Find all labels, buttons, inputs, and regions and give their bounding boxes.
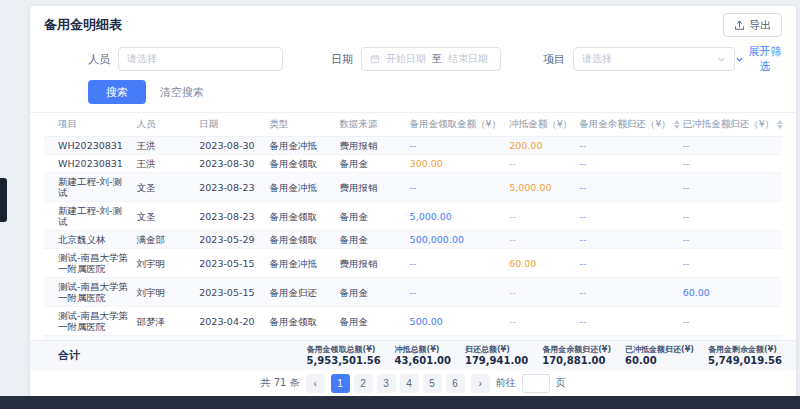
- calendar-icon: [370, 54, 380, 64]
- column-header: 人员: [133, 113, 196, 137]
- date-start-placeholder: 开始日期: [386, 52, 426, 66]
- petty-cash-table: 项目人员日期类型数据来源备用金领取金额（¥）冲抵金额（¥）备用金余额归还（¥）已…: [44, 113, 782, 340]
- cell-source: 费用报销: [335, 249, 405, 278]
- next-page-button[interactable]: ›: [471, 374, 490, 393]
- table-row[interactable]: 新建工程-刘-测试文圣2023-08-23备用金领取备用金5,000.00---…: [44, 202, 782, 231]
- page-button-1[interactable]: 1: [331, 374, 350, 393]
- cell-offset: 60.00: [505, 249, 575, 278]
- cell-person: 文圣: [133, 202, 196, 231]
- prev-page-button[interactable]: ‹: [306, 374, 325, 393]
- page-button-2[interactable]: 2: [354, 374, 373, 393]
- project-select[interactable]: 请选择: [573, 47, 735, 71]
- cell-offset_return: --: [679, 137, 782, 155]
- goto-unit-label: 页: [556, 376, 566, 390]
- date-filter-label: 日期: [331, 52, 353, 67]
- column-header[interactable]: 备用金余额归还（¥）: [575, 113, 678, 137]
- cell-offset: --: [505, 231, 575, 249]
- date-range-picker[interactable]: 开始日期 至 结束日期: [361, 47, 501, 71]
- expand-filters-button[interactable]: 展开筛选: [735, 44, 782, 74]
- export-icon: [734, 20, 745, 31]
- person-select[interactable]: 请选择: [118, 47, 283, 71]
- cell-source: 备用金: [335, 278, 405, 307]
- cell-source: 费用报销: [335, 137, 405, 155]
- goto-page-input[interactable]: [522, 374, 550, 393]
- cell-offset: --: [505, 202, 575, 231]
- cell-person: 刘宇明: [133, 278, 196, 307]
- column-header: 类型: [265, 113, 335, 137]
- cell-type: 备用金领取: [265, 202, 335, 231]
- column-header[interactable]: 已冲抵金额归还（¥）: [679, 113, 782, 137]
- table-row[interactable]: WH20230831王洪2023-08-30备用金冲抵费用报销--200.00-…: [44, 137, 782, 155]
- cell-balance: --: [575, 249, 678, 278]
- cell-person: 满金部: [133, 231, 196, 249]
- cell-date: 2023-04-20: [195, 307, 265, 336]
- cell-type: 备用金领取: [265, 231, 335, 249]
- cell-person: 文圣: [133, 173, 196, 202]
- table-row[interactable]: WH20230831王洪2023-08-30备用金领取备用金300.00----…: [44, 155, 782, 173]
- table-row[interactable]: 测试-南昌大学第一附属医院刘宇明2023-05-15备用金归还备用金------…: [44, 278, 782, 307]
- cell-balance: --: [575, 202, 678, 231]
- chevron-down-icon: [735, 55, 744, 64]
- summary-item: 已冲抵金额归还(¥)60.00: [625, 344, 694, 367]
- date-filter: 日期 开始日期 至 结束日期: [331, 47, 501, 71]
- page-buttons: 123456: [331, 374, 465, 393]
- goto-label: 前往: [496, 376, 516, 390]
- table-row[interactable]: 新建工程-刘-测试文圣2023-08-23备用金冲抵费用报销--5,000.00…: [44, 173, 782, 202]
- cell-offset_return: --: [679, 202, 782, 231]
- search-button[interactable]: 搜索: [88, 80, 146, 104]
- page-button-6[interactable]: 6: [446, 374, 465, 393]
- page-button-3[interactable]: 3: [377, 374, 396, 393]
- page-button-4[interactable]: 4: [400, 374, 419, 393]
- summary-item: 冲抵总额(¥)43,601.00: [395, 344, 451, 367]
- cell-offset: 5,000.00: [505, 173, 575, 202]
- cell-balance: --: [575, 307, 678, 336]
- column-header[interactable]: 冲抵金额（¥）: [505, 113, 575, 137]
- pagination: 共 71 条 ‹ 123456 › 前往 页: [30, 370, 796, 396]
- cell-date: 2023-08-30: [195, 155, 265, 173]
- cell-project: 测试-南昌大学第一附属医院: [44, 249, 133, 278]
- table-header-row: 项目人员日期类型数据来源备用金领取金额（¥）冲抵金额（¥）备用金余额归还（¥）已…: [44, 113, 782, 137]
- person-placeholder: 请选择: [127, 52, 157, 66]
- cell-offset_return: --: [679, 249, 782, 278]
- cell-received: 500.00: [406, 307, 506, 336]
- cell-type: 备用金冲抵: [265, 249, 335, 278]
- total-label: 合计: [44, 348, 80, 363]
- cell-balance: --: [575, 231, 678, 249]
- cell-source: 备用金: [335, 231, 405, 249]
- summary-row: 合计 备用金领取总额(¥)5,953,501.56冲抵总额(¥)43,601.0…: [30, 340, 796, 370]
- cell-person: 王洪: [133, 155, 196, 173]
- sort-carets-icon[interactable]: [777, 120, 782, 129]
- table-row[interactable]: 北京魏义林满金部2023-05-29备用金领取备用金500,000.00----…: [44, 231, 782, 249]
- date-separator: 至: [432, 52, 442, 66]
- summary-item: 归还总额(¥)179,941.00: [465, 344, 528, 367]
- clear-search-button[interactable]: 清空搜索: [160, 85, 204, 100]
- cell-balance: --: [575, 137, 678, 155]
- cell-received: --: [406, 137, 506, 155]
- summary-item: 备用金余额归还(¥)170,881.00: [542, 344, 611, 367]
- person-filter: 人员 请选择: [88, 47, 283, 71]
- drawer-collapse-handle[interactable]: [0, 178, 7, 222]
- cell-type: 备用金领取: [265, 155, 335, 173]
- sort-carets-icon[interactable]: [674, 120, 679, 129]
- cell-offset: --: [505, 307, 575, 336]
- card-header: 备用金明细表 导出: [30, 6, 796, 40]
- cell-offset: 200.00: [505, 137, 575, 155]
- column-header[interactable]: 备用金领取金额（¥）: [406, 113, 506, 137]
- export-label: 导出: [749, 18, 771, 33]
- cell-received: 300.00: [406, 155, 506, 173]
- table-row[interactable]: 测试-南昌大学第一附属医院邵梦泽2023-04-20备用金领取备用金500.00…: [44, 307, 782, 336]
- sort-carets-icon[interactable]: [504, 120, 505, 129]
- cell-person: 刘宇明: [133, 249, 196, 278]
- page-button-5[interactable]: 5: [423, 374, 442, 393]
- export-button[interactable]: 导出: [723, 13, 782, 37]
- bottom-taskbar: [0, 396, 800, 409]
- cell-received: 5,000.00: [406, 202, 506, 231]
- cell-project: WH20230831: [44, 137, 133, 155]
- table-row[interactable]: 测试-南昌大学第一附属医院刘宇明2023-05-15备用金冲抵费用报销--60.…: [44, 249, 782, 278]
- cell-offset: --: [505, 278, 575, 307]
- cell-offset_return: --: [679, 307, 782, 336]
- column-header: 项目: [44, 113, 133, 137]
- total-count: 共 71 条: [260, 376, 299, 390]
- cell-project: WH20230831: [44, 155, 133, 173]
- expand-filters-label: 展开筛选: [748, 44, 782, 74]
